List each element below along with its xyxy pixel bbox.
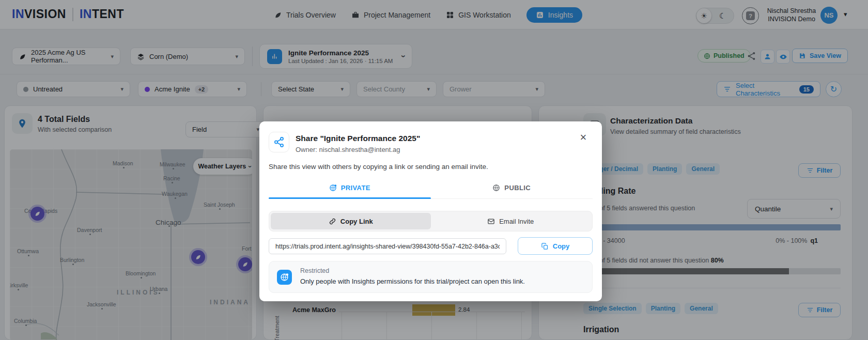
- copy-button[interactable]: Copy: [518, 237, 593, 255]
- globe-lock-icon: [277, 270, 292, 285]
- copy-link-label: Copy Link: [340, 218, 373, 225]
- mail-icon: [487, 218, 495, 225]
- tab-private-label: PRIVATE: [341, 184, 370, 192]
- restricted-title: Restricted: [300, 267, 329, 274]
- close-icon[interactable]: ×: [576, 130, 591, 145]
- app-screen: INVISION INTENT Trials Overview Project …: [0, 0, 868, 340]
- copy-button-label: Copy: [553, 242, 570, 250]
- copy-link-segment[interactable]: Copy Link: [271, 213, 431, 229]
- modal-description: Share this view with others by copying a…: [269, 163, 488, 171]
- restricted-text: Only people with Insights permissions fo…: [300, 277, 525, 285]
- link-icon: [329, 218, 336, 225]
- share-mode-tabs: PRIVATE PUBLIC: [269, 177, 593, 199]
- share-method-toggle: Copy Link Email Invite: [269, 211, 593, 231]
- modal-title: Share "Ignite Performance 2025": [296, 134, 420, 143]
- tab-public[interactable]: PUBLIC: [431, 177, 593, 198]
- restricted-notice: Restricted Only people with Insights per…: [269, 261, 593, 293]
- globe-icon: [492, 184, 500, 192]
- modal-owner: Owner: nischal.shrestha@intent.ag: [296, 146, 400, 153]
- globe-lock-icon: [329, 184, 337, 192]
- active-tab-underline: [269, 197, 431, 199]
- share-modal: Share "Ignite Performance 2025" Owner: n…: [259, 121, 602, 301]
- email-invite-label: Email Invite: [499, 218, 534, 225]
- share-nodes-icon: [269, 132, 289, 152]
- tab-private[interactable]: PRIVATE: [269, 177, 431, 198]
- copy-icon: [541, 242, 549, 250]
- email-invite-segment[interactable]: Email Invite: [431, 213, 591, 229]
- share-url-input[interactable]: [269, 238, 506, 254]
- tab-public-label: PUBLIC: [504, 184, 531, 192]
